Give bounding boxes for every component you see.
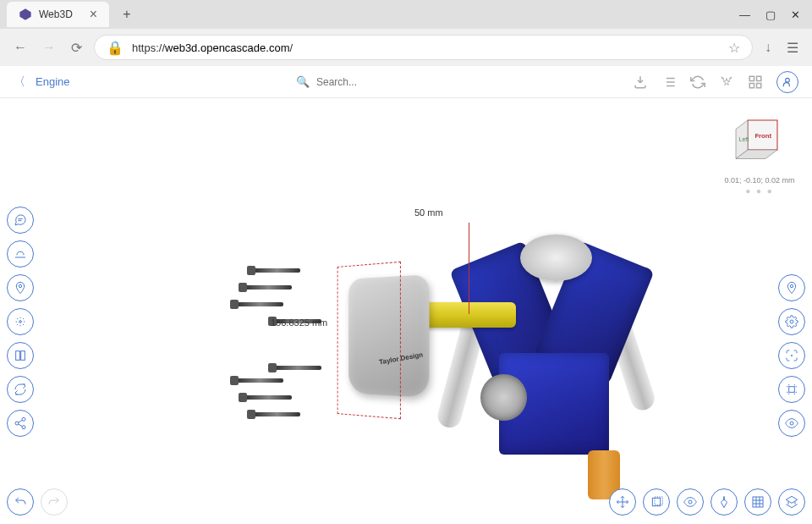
air-cleaner[interactable] [520, 234, 592, 281]
app-back-button[interactable]: 〈 [14, 74, 25, 90]
nav-cube-icon[interactable]: Left Front [730, 108, 789, 168]
bolt[interactable] [254, 412, 300, 416]
sync-button[interactable] [7, 376, 34, 403]
svg-rect-30 [753, 497, 763, 507]
search-input[interactable] [310, 73, 516, 91]
svg-text:Front: Front [754, 132, 771, 140]
reload-button[interactable]: ⟳ [68, 36, 85, 59]
refresh-icon[interactable] [690, 74, 705, 90]
engine-assembly[interactable] [474, 243, 617, 429]
close-window-button[interactable]: ✕ [791, 8, 800, 21]
cube-coordinates: 0.01; -0.10; 0.02 mm [717, 176, 802, 185]
show-hide-button[interactable] [677, 488, 704, 516]
render-mode-button[interactable] [744, 488, 771, 516]
navigation-cube[interactable]: Left Front 0.01; -0.10; 0.02 mm ● ● ● [717, 108, 802, 196]
download-icon[interactable] [633, 74, 648, 90]
window-controls: — ▢ ✕ [739, 8, 812, 21]
explode-button[interactable] [778, 376, 805, 403]
minimize-button[interactable]: — [739, 8, 750, 21]
visibility-button[interactable] [778, 410, 805, 437]
svg-rect-2 [757, 76, 761, 80]
svg-marker-0 [19, 8, 30, 19]
forward-button[interactable]: → [39, 36, 59, 58]
appearance-button[interactable] [710, 488, 738, 516]
cube-menu-dots[interactable]: ● ● ● [717, 186, 802, 196]
viewport-3d[interactable]: Left Front 0.01; -0.10; 0.02 mm ● ● ● [0, 98, 812, 524]
move-button[interactable] [609, 488, 636, 516]
new-tab-button[interactable]: + [116, 3, 137, 25]
svg-text:Left: Left [739, 136, 749, 142]
svg-point-26 [790, 422, 793, 425]
svg-rect-15 [16, 351, 20, 361]
undo-redo-panel [7, 488, 68, 516]
maximize-button[interactable]: ▢ [765, 8, 776, 21]
bolt[interactable] [245, 395, 292, 400]
app-favicon-icon [19, 8, 32, 21]
model-canvas[interactable]: 50 mm 186.8325 mm Taylor Design [127, 124, 685, 480]
menu-icon[interactable]: ☰ [783, 36, 802, 59]
lock-icon: 🔒 [107, 40, 123, 56]
browser-tab[interactable]: Web3D × [7, 2, 109, 27]
svg-point-14 [19, 321, 22, 323]
app-toolbar: 〈 Engine 🔍 [0, 66, 812, 98]
dimension-label-2: 186.8325 mm [271, 317, 327, 328]
svg-rect-27 [652, 498, 660, 505]
toolbar-actions [633, 71, 798, 93]
dimension-label-1: 50 mm [414, 207, 443, 218]
svg-point-23 [790, 320, 793, 323]
undo-button[interactable] [7, 488, 34, 516]
svg-rect-16 [21, 351, 25, 361]
left-tool-panel [7, 207, 34, 437]
list-icon[interactable] [661, 74, 677, 90]
focus-button[interactable] [778, 342, 805, 369]
tools-icon[interactable] [719, 74, 734, 90]
url-box[interactable]: 🔒 https://web3d.opencascade.com/ ☆ [94, 35, 753, 60]
svg-rect-1 [749, 76, 754, 80]
dimension-box [337, 262, 401, 419]
user-button[interactable] [776, 71, 798, 93]
downloads-icon[interactable]: ↓ [761, 36, 775, 58]
bottom-tool-panel [609, 488, 805, 516]
url-text: https://web3d.opencascade.com/ [132, 41, 720, 54]
effects-button[interactable] [7, 308, 34, 335]
crankshaft-highlighted[interactable] [423, 302, 516, 328]
pin-button[interactable] [7, 274, 34, 301]
right-tool-panel [778, 274, 805, 437]
settings-button[interactable] [778, 308, 805, 335]
back-button[interactable]: ← [10, 36, 30, 58]
svg-rect-3 [749, 83, 754, 87]
svg-rect-25 [789, 387, 795, 393]
svg-point-13 [19, 284, 21, 287]
waypoint-button[interactable] [778, 274, 805, 301]
svg-point-24 [791, 355, 792, 356]
svg-point-29 [689, 500, 692, 504]
share-button[interactable] [7, 410, 34, 437]
redo-button[interactable] [41, 488, 68, 516]
browser-chrome: Web3D × + — ▢ ✕ ← → ⟳ 🔒 https://web3d.op… [0, 0, 812, 66]
comments-button[interactable] [7, 207, 34, 234]
bolt[interactable] [275, 366, 321, 370]
bolt[interactable] [237, 378, 283, 383]
dimension-line [469, 223, 469, 314]
svg-line-20 [19, 424, 23, 427]
svg-point-5 [786, 78, 790, 82]
markup-button[interactable] [7, 240, 34, 268]
bolt[interactable] [245, 285, 292, 290]
bookmark-icon[interactable]: ☆ [728, 40, 740, 56]
svg-point-22 [790, 284, 793, 287]
search-box: 🔍 [296, 73, 516, 91]
breadcrumb[interactable]: Engine [36, 75, 69, 88]
projection-button[interactable] [778, 488, 805, 516]
svg-point-18 [15, 422, 19, 425]
svg-point-19 [22, 426, 25, 429]
apps-icon[interactable] [748, 74, 763, 90]
svg-line-21 [19, 420, 23, 422]
sections-button[interactable] [7, 342, 34, 369]
tab-title: Web3D [39, 8, 73, 20]
close-tab-icon[interactable]: × [90, 7, 97, 22]
bolt[interactable] [237, 302, 283, 306]
bolt[interactable] [254, 268, 300, 273]
bearing-hub[interactable] [480, 374, 527, 421]
browser-tab-bar: Web3D × + — ▢ ✕ [0, 0, 812, 29]
clipping-button[interactable] [643, 488, 670, 516]
